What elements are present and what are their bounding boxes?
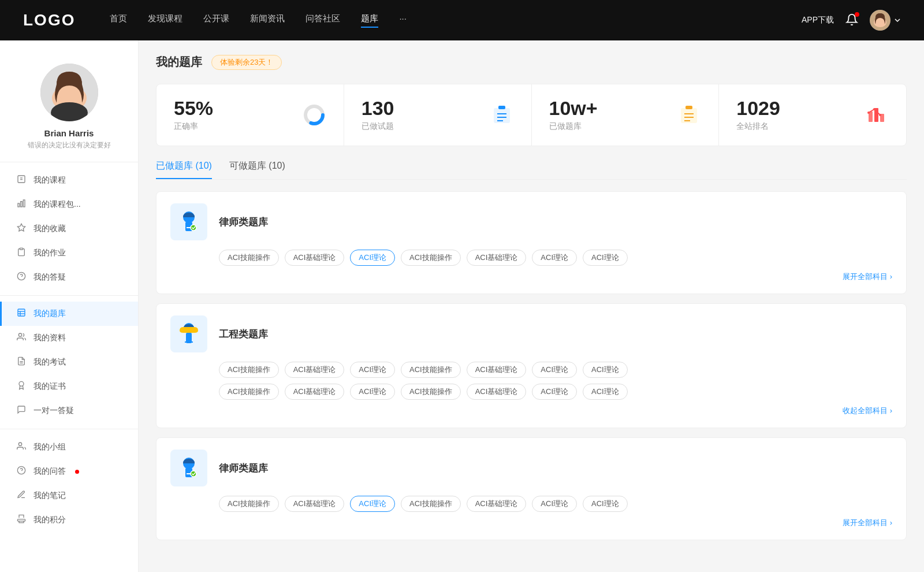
stats-row: 55% 正确率 130 已做试题 — [156, 84, 907, 146]
sidebar-item-questionbank[interactable]: 我的题库 — [0, 302, 138, 326]
sidebar-item-certificate[interactable]: 我的证书 — [0, 374, 138, 399]
bank-tag[interactable]: ACI技能操作 — [401, 496, 461, 512]
bank-tag-active[interactable]: ACI理论 — [350, 250, 395, 266]
bank-tag[interactable]: ACI技能操作 — [401, 384, 461, 400]
bank-tag[interactable]: ACI基础理论 — [467, 384, 527, 400]
bank-tag[interactable]: ACI基础理论 — [285, 384, 345, 400]
bank-tag[interactable]: ACI技能操作 — [219, 250, 279, 266]
sidebar-username: Brian Harris — [44, 128, 94, 138]
bank-tag[interactable]: ACI基础理论 — [285, 250, 345, 266]
question-icon — [16, 466, 27, 477]
page-header: 我的题库 体验剩余23天！ — [156, 54, 907, 70]
myqa-dot — [75, 470, 79, 474]
bank-tag[interactable]: ACI理论 — [350, 384, 395, 400]
donut-icon — [302, 103, 326, 127]
table-icon — [16, 308, 27, 320]
bar-chart-red-icon — [865, 103, 889, 127]
clipboard-blue-icon — [490, 103, 514, 127]
clipboard-icon — [16, 247, 27, 259]
bank-card-header-2: 工程类题库 — [170, 315, 892, 352]
notification-bell[interactable] — [845, 13, 858, 28]
app-download-label[interactable]: APP下载 — [802, 15, 834, 25]
bank-tag[interactable]: ACI技能操作 — [219, 362, 279, 378]
bank-tags-2: ACI技能操作 ACI基础理论 ACI理论 ACI技能操作 ACI基础理论 AC… — [219, 362, 892, 378]
bank-tag[interactable]: ACI技能操作 — [219, 496, 279, 512]
svg-rect-28 — [19, 521, 24, 523]
collapse-btn[interactable]: 收起全部科目 › — [843, 406, 892, 416]
svg-point-54 — [191, 471, 196, 477]
bank-tag[interactable]: ACI理论 — [583, 362, 628, 378]
stat-banks-info: 10w+ 已做题库 — [549, 98, 668, 132]
bank-tag[interactable]: ACI技能操作 — [401, 362, 461, 378]
sidebar-item-tutor[interactable]: 一对一答疑 — [0, 399, 138, 423]
chat-icon — [16, 405, 27, 417]
bank-tag[interactable]: ACI理论 — [583, 250, 628, 266]
nav-qa[interactable]: 问答社区 — [305, 13, 340, 28]
tab-available[interactable]: 可做题库 (10) — [229, 160, 285, 179]
nav-home[interactable]: 首页 — [110, 13, 127, 28]
navbar-logo: LOGO — [23, 11, 75, 29]
nav-questionbank[interactable]: 题库 — [361, 13, 378, 28]
bank-tag[interactable]: ACI基础理论 — [467, 496, 527, 512]
bank-tag[interactable]: ACI基础理论 — [467, 250, 527, 266]
bank-tag[interactable]: ACI基础理论 — [285, 496, 345, 512]
trial-badge: 体验剩余23天！ — [211, 55, 282, 70]
sidebar-item-qa[interactable]: 我的答疑 — [0, 265, 138, 289]
bank-card-lawyer-1: 律师类题库 ACI技能操作 ACI基础理论 ACI理论 ACI技能操作 ACI基… — [156, 191, 907, 294]
bank-tag[interactable]: ACI基础理论 — [285, 362, 345, 378]
bank-tag[interactable]: ACI技能操作 — [219, 384, 279, 400]
sidebar-motto: 错误的决定比没有决定要好 — [16, 140, 122, 150]
sidebar-item-courses[interactable]: 我的课程 — [0, 168, 138, 192]
sidebar-label-myqa: 我的问答 — [33, 466, 66, 477]
sidebar-item-group[interactable]: 我的小组 — [0, 435, 138, 459]
sidebar-label-questionbank: 我的题库 — [33, 309, 66, 319]
main-content: 我的题库 体验剩余23天！ 55% 正确率 130 — [139, 40, 924, 572]
svg-point-45 — [873, 108, 875, 110]
award-icon — [16, 381, 27, 392]
sidebar-item-exam[interactable]: 我的考试 — [0, 350, 138, 374]
expand-btn-1[interactable]: 展开全部科目 › — [843, 272, 892, 282]
expand-btn-3[interactable]: 展开全部科目 › — [843, 518, 892, 528]
bank-tag[interactable]: ACI理论 — [350, 362, 395, 378]
stat-banks-value: 10w+ — [549, 98, 668, 118]
sidebar-label-courses: 我的课程 — [33, 175, 66, 185]
sidebar-item-course-pack[interactable]: 我的课程包... — [0, 192, 138, 217]
nav-discover[interactable]: 发现课程 — [148, 13, 182, 28]
bank-tag[interactable]: ACI基础理论 — [467, 362, 527, 378]
sidebar-item-notes[interactable]: 我的笔记 — [0, 484, 138, 508]
sidebar-item-favorites[interactable]: 我的收藏 — [0, 217, 138, 241]
sidebar-divider2 — [0, 295, 138, 296]
file-icon — [16, 174, 27, 186]
svg-rect-10 — [18, 203, 20, 207]
svg-rect-11 — [21, 202, 23, 207]
bank-tag-active[interactable]: ACI理论 — [350, 496, 395, 512]
bank-tag[interactable]: ACI理论 — [532, 384, 577, 400]
question-circle-icon — [16, 272, 27, 283]
engineer-icon — [170, 315, 207, 352]
bell-dot — [855, 12, 859, 17]
svg-rect-14 — [20, 248, 23, 250]
navbar-user[interactable] — [870, 10, 901, 31]
bank-tag[interactable]: ACI技能操作 — [401, 250, 461, 266]
sidebar-item-homework[interactable]: 我的作业 — [0, 241, 138, 265]
nav-news[interactable]: 新闻资讯 — [250, 13, 285, 28]
svg-rect-17 — [18, 309, 25, 316]
nav-more[interactable]: ··· — [399, 13, 407, 28]
stat-done-value: 130 — [362, 98, 480, 118]
navbar-nav: 首页 发现课程 公开课 新闻资讯 问答社区 题库 ··· — [110, 13, 802, 28]
bank-tag[interactable]: ACI理论 — [532, 250, 577, 266]
sidebar-item-profile[interactable]: 我的资料 — [0, 326, 138, 350]
sidebar-divider — [0, 162, 138, 162]
sidebar-item-points[interactable]: 我的积分 — [0, 508, 138, 532]
sidebar-label-certificate: 我的证书 — [33, 381, 66, 392]
question-bank-tabs: 已做题库 (10) 可做题库 (10) — [156, 160, 907, 180]
tab-done[interactable]: 已做题库 (10) — [156, 160, 212, 179]
bank-tag[interactable]: ACI理论 — [583, 496, 628, 512]
sidebar-item-myqa[interactable]: 我的问答 — [0, 459, 138, 484]
bank-tag[interactable]: ACI理论 — [532, 496, 577, 512]
bank-tag[interactable]: ACI理论 — [583, 384, 628, 400]
sidebar-label-tutor: 一对一答疑 — [33, 406, 74, 416]
page-title: 我的题库 — [156, 54, 202, 70]
nav-open[interactable]: 公开课 — [203, 13, 229, 28]
bank-tag[interactable]: ACI理论 — [532, 362, 577, 378]
